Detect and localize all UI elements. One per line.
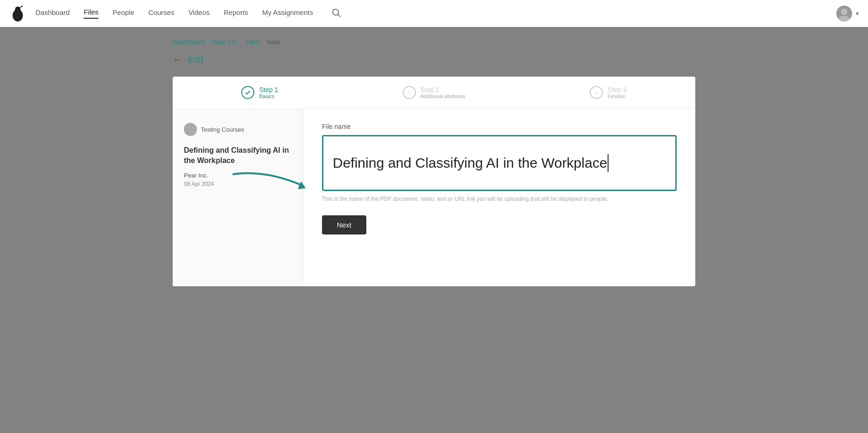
nav-courses[interactable]: Courses bbox=[148, 8, 175, 18]
logo bbox=[9, 5, 26, 22]
step-3-name: Step 3 bbox=[608, 86, 626, 93]
nav-my-assignments[interactable]: My Assignments bbox=[262, 8, 313, 18]
back-arrow-icon[interactable]: ← bbox=[173, 54, 182, 65]
step-2-name: Step 2 bbox=[420, 86, 466, 93]
avatar[interactable] bbox=[836, 6, 852, 21]
step-3-sub: Finalise bbox=[608, 93, 626, 99]
step-2-sub: Additional attributes bbox=[420, 93, 466, 99]
step-1: Step 1 Basics bbox=[173, 86, 347, 99]
step-3: ○ Step 3 Finalise bbox=[521, 86, 695, 99]
nav-reports[interactable]: Reports bbox=[224, 8, 248, 18]
page-content: Dashboard / Pear Inc. / Files / New ← ex… bbox=[154, 27, 714, 298]
filename-hint: This is the name of the PDF document, vi… bbox=[322, 196, 677, 202]
user-menu: ▾ bbox=[836, 6, 859, 21]
step-1-circle bbox=[241, 86, 254, 99]
left-panel: Testing Courses Defining and Classifying… bbox=[173, 109, 303, 286]
filename-text: Defining and Classifying AI in the Workp… bbox=[333, 154, 607, 173]
step-1-sub: Basics bbox=[259, 93, 278, 99]
breadcrumb-current: New bbox=[267, 38, 280, 46]
svg-point-5 bbox=[841, 8, 847, 15]
preview-avatar bbox=[184, 123, 197, 136]
nav-videos[interactable]: Videos bbox=[189, 8, 210, 18]
preview-date: 08 Apr 2024 bbox=[184, 181, 292, 187]
step-3-circle: ○ bbox=[590, 86, 603, 99]
nav-links: Dashboard Files People Courses Videos Re… bbox=[35, 8, 859, 19]
svg-point-6 bbox=[839, 16, 850, 21]
next-button[interactable]: Next bbox=[322, 215, 366, 234]
svg-point-7 bbox=[189, 126, 193, 130]
stepper: Step 1 Basics ○ Step 2 Additional attrib… bbox=[173, 77, 695, 109]
preview-user-row: Testing Courses bbox=[184, 123, 292, 136]
breadcrumb-sep-3: / bbox=[262, 38, 264, 46]
right-panel: File name Defining and Classifying AI in… bbox=[303, 109, 695, 286]
exit-row: ← exit bbox=[173, 53, 695, 65]
step-2-circle: ○ bbox=[403, 86, 416, 99]
step-2: ○ Step 2 Additional attributes bbox=[347, 86, 521, 99]
breadcrumb-dashboard[interactable]: Dashboard bbox=[173, 38, 205, 46]
wizard-body: Testing Courses Defining and Classifying… bbox=[173, 109, 695, 286]
wizard-card: Step 1 Basics ○ Step 2 Additional attrib… bbox=[173, 77, 695, 286]
preview-file-title: Defining and Classifying AI in the Workp… bbox=[184, 145, 292, 166]
search-icon[interactable] bbox=[332, 8, 342, 19]
nav-people[interactable]: People bbox=[112, 8, 134, 18]
preview-course-name: Testing Courses bbox=[201, 126, 244, 133]
step-2-info: Step 2 Additional attributes bbox=[420, 86, 466, 99]
svg-line-2 bbox=[20, 6, 22, 8]
text-cursor bbox=[608, 154, 609, 172]
step-1-info: Step 1 Basics bbox=[259, 86, 278, 99]
nav-dashboard[interactable]: Dashboard bbox=[35, 8, 70, 18]
svg-line-4 bbox=[338, 14, 340, 16]
breadcrumb: Dashboard / Pear Inc. / Files / New bbox=[173, 38, 695, 46]
breadcrumb-sep-1: / bbox=[208, 38, 210, 46]
user-chevron-icon[interactable]: ▾ bbox=[856, 10, 859, 17]
svg-point-8 bbox=[187, 131, 194, 135]
step-3-info: Step 3 Finalise bbox=[608, 86, 626, 99]
exit-label[interactable]: exit bbox=[188, 53, 203, 65]
svg-point-3 bbox=[333, 9, 339, 15]
preview-org: Pear Inc. bbox=[184, 172, 292, 179]
breadcrumb-org[interactable]: Pear Inc. bbox=[212, 38, 238, 46]
filename-label: File name bbox=[322, 123, 677, 130]
breadcrumb-sep-2: / bbox=[241, 38, 243, 46]
filename-input-box[interactable]: Defining and Classifying AI in the Workp… bbox=[322, 135, 677, 191]
step-1-name: Step 1 bbox=[259, 86, 278, 93]
nav-files[interactable]: Files bbox=[84, 8, 98, 19]
breadcrumb-files[interactable]: Files bbox=[245, 38, 259, 46]
navigation: Dashboard Files People Courses Videos Re… bbox=[0, 0, 868, 27]
